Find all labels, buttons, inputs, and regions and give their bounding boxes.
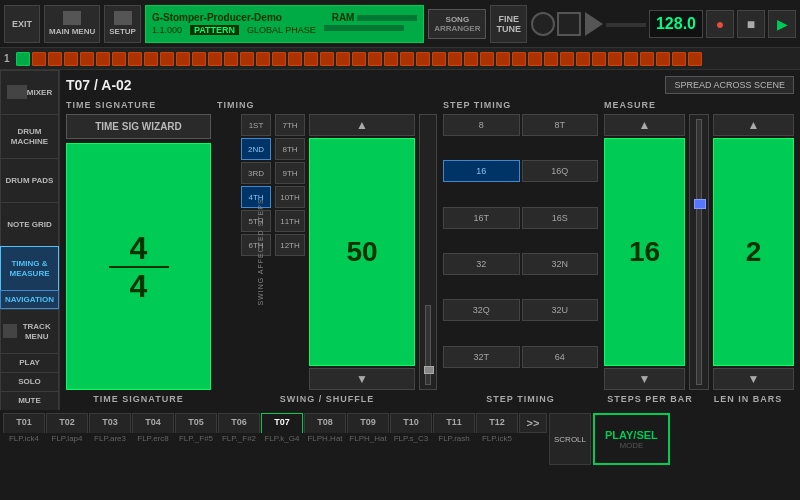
track-step[interactable]: [496, 52, 510, 66]
track-step[interactable]: [624, 52, 638, 66]
track-tab-t01[interactable]: T01: [3, 413, 45, 433]
track-tab-t05[interactable]: T05: [175, 413, 217, 433]
track-step[interactable]: [640, 52, 654, 66]
fine-tune-button[interactable]: FINETUNE: [490, 5, 527, 43]
step-10th-button[interactable]: 10TH: [275, 186, 305, 208]
track-step[interactable]: [592, 52, 606, 66]
sidebar-drum-machine-button[interactable]: DRUM MACHINE: [0, 114, 59, 158]
sidebar-drum-pads-button[interactable]: DRUM PADS: [0, 158, 59, 202]
step-5th-button[interactable]: 5TH: [241, 210, 271, 232]
track-step[interactable]: [160, 52, 174, 66]
track-step[interactable]: [688, 52, 702, 66]
track-step[interactable]: [48, 52, 62, 66]
sidebar-timing-measure-button[interactable]: TIMING &MEASURE: [0, 246, 59, 290]
solo-button[interactable]: SOLO: [0, 372, 59, 391]
track-step[interactable]: [64, 52, 78, 66]
track-step[interactable]: [400, 52, 414, 66]
step-7th-button[interactable]: 7TH: [275, 114, 305, 136]
step-timing-32u-button[interactable]: 32U: [522, 299, 599, 321]
step-timing-32q-button[interactable]: 32Q: [443, 299, 520, 321]
track-tab-t04[interactable]: T04: [132, 413, 174, 433]
track-step[interactable]: [192, 52, 206, 66]
track-step[interactable]: [416, 52, 430, 66]
track-step[interactable]: [560, 52, 574, 66]
track-tab-t07[interactable]: T07: [261, 413, 303, 433]
step-1st-button[interactable]: 1ST: [241, 114, 271, 136]
song-button[interactable]: SONG ARRANGER: [428, 9, 486, 39]
len-in-bars-up-button[interactable]: ▲: [713, 114, 794, 136]
sidebar-track-menu-button[interactable]: TRACK MENU: [0, 309, 59, 353]
track-step[interactable]: [656, 52, 670, 66]
track-step[interactable]: [480, 52, 494, 66]
step-8th-button[interactable]: 8TH: [275, 138, 305, 160]
track-step[interactable]: [32, 52, 46, 66]
track-tab-more-button[interactable]: >>: [519, 413, 547, 433]
track-tab-t06[interactable]: T06: [218, 413, 260, 433]
time-sig-wizard-button[interactable]: TIME SIG WIZARD: [66, 114, 211, 139]
track-step[interactable]: [544, 52, 558, 66]
track-step[interactable]: [144, 52, 158, 66]
mute-button[interactable]: MUTE: [0, 391, 59, 410]
step-9th-button[interactable]: 9TH: [275, 162, 305, 184]
step-3rd-button[interactable]: 3RD: [241, 162, 271, 184]
step-4th-button[interactable]: 4TH: [241, 186, 271, 208]
track-step[interactable]: [96, 52, 110, 66]
step-timing-16s-button[interactable]: 16S: [522, 207, 599, 229]
track-step[interactable]: [384, 52, 398, 66]
scroll-button[interactable]: SCROLL: [549, 413, 591, 465]
track-step[interactable]: [224, 52, 238, 66]
track-step[interactable]: [80, 52, 94, 66]
track-tab-t08[interactable]: T08: [304, 413, 346, 433]
track-step[interactable]: [368, 52, 382, 66]
stop-button[interactable]: ■: [737, 10, 765, 38]
play-sel-button[interactable]: PLAY/SEL MODE: [593, 413, 670, 465]
step-timing-16-button[interactable]: 16: [443, 160, 520, 182]
track-step[interactable]: [528, 52, 542, 66]
len-in-bars-down-button[interactable]: ▼: [713, 368, 794, 390]
sidebar-note-grid-button[interactable]: NOTE GRID: [0, 202, 59, 246]
track-step[interactable]: [608, 52, 622, 66]
track-tab-t02[interactable]: T02: [46, 413, 88, 433]
track-step[interactable]: [128, 52, 142, 66]
track-step[interactable]: [432, 52, 446, 66]
track-step[interactable]: [176, 52, 190, 66]
track-step[interactable]: [272, 52, 286, 66]
track-tab-t11[interactable]: T11: [433, 413, 475, 433]
track-step[interactable]: [256, 52, 270, 66]
step-timing-32-button[interactable]: 32: [443, 253, 520, 275]
track-tab-t12[interactable]: T12: [476, 413, 518, 433]
track-step[interactable]: [672, 52, 686, 66]
swing-down-button[interactable]: ▼: [309, 368, 415, 390]
track-step[interactable]: [464, 52, 478, 66]
setup-button[interactable]: SETUP: [104, 5, 141, 43]
step-2nd-button[interactable]: 2ND: [241, 138, 271, 160]
track-step[interactable]: [336, 52, 350, 66]
track-step[interactable]: [304, 52, 318, 66]
step-12th-button[interactable]: 12TH: [275, 234, 305, 256]
track-step[interactable]: [240, 52, 254, 66]
steps-per-bar-down-button[interactable]: ▼: [604, 368, 685, 390]
track-step[interactable]: [576, 52, 590, 66]
track-step[interactable]: [352, 52, 366, 66]
swing-slider[interactable]: [419, 114, 437, 390]
step-timing-16t-button[interactable]: 16T: [443, 207, 520, 229]
track-step[interactable]: [448, 52, 462, 66]
step-timing-32n-button[interactable]: 32N: [522, 253, 599, 275]
step-timing-64-button[interactable]: 64: [522, 346, 599, 368]
play-button[interactable]: PLAY: [0, 353, 59, 372]
track-step[interactable]: [512, 52, 526, 66]
step-6th-button[interactable]: 6TH: [241, 234, 271, 256]
record-button[interactable]: ●: [706, 10, 734, 38]
main-menu-button[interactable]: MAIN MENU: [44, 5, 100, 43]
spb-slider[interactable]: [689, 114, 709, 390]
step-timing-32t-button[interactable]: 32T: [443, 346, 520, 368]
track-step[interactable]: [320, 52, 334, 66]
track-step[interactable]: [112, 52, 126, 66]
track-step[interactable]: [288, 52, 302, 66]
sidebar-mixer-button[interactable]: MIXER: [0, 70, 59, 114]
step-timing-8t-button[interactable]: 8T: [522, 114, 599, 136]
track-tab-t09[interactable]: T09: [347, 413, 389, 433]
step-timing-16q-button[interactable]: 16Q: [522, 160, 599, 182]
track-step[interactable]: [16, 52, 30, 66]
step-11th-button[interactable]: 11TH: [275, 210, 305, 232]
